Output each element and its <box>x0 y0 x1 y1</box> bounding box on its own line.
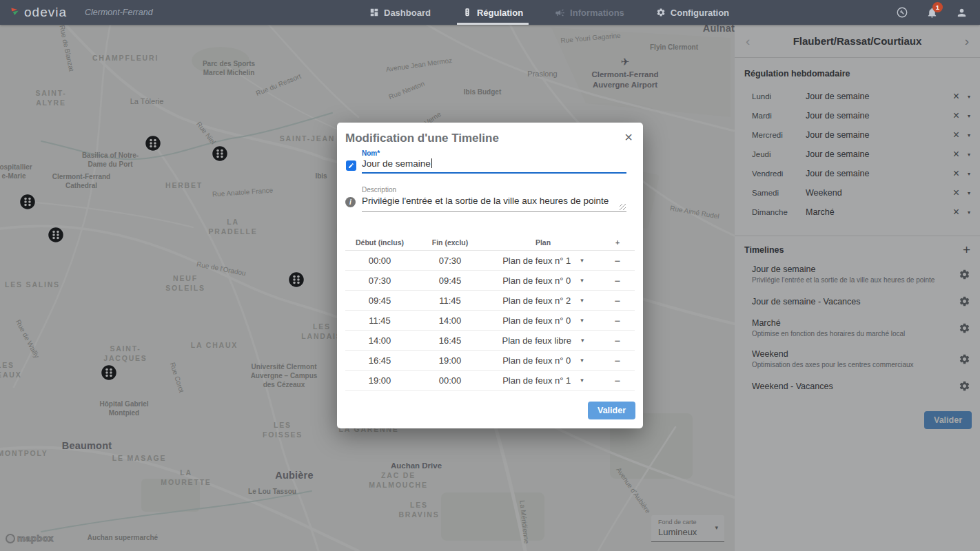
remove-row-button[interactable]: − <box>600 355 635 366</box>
notifications-bell-icon[interactable]: 1 <box>926 6 938 19</box>
plan-end-time[interactable]: 07:30 <box>414 256 486 266</box>
plan-start-time[interactable]: 00:00 <box>345 256 414 266</box>
timeline-edit-dialog: Modification d'une Timeline × Nom* Jour … <box>337 123 643 428</box>
dialog-actions: Valider <box>588 402 635 419</box>
plan-end-time[interactable]: 14:00 <box>414 315 486 326</box>
close-icon[interactable]: × <box>624 130 633 144</box>
plan-select[interactable]: Plan de feux n° 0▾ <box>486 276 600 286</box>
plan-start-time[interactable]: 16:45 <box>345 355 414 366</box>
remove-row-button[interactable]: − <box>600 315 635 326</box>
gear-icon <box>656 8 666 17</box>
plan-start-time[interactable]: 14:00 <box>345 335 414 346</box>
plan-end-time[interactable]: 11:45 <box>414 295 486 306</box>
chevron-down-icon: ▾ <box>580 317 584 324</box>
plan-end-time[interactable]: 00:00 <box>414 375 486 386</box>
chevron-down-icon: ▾ <box>580 377 584 384</box>
name-value: Jour de semaine <box>362 158 431 169</box>
brand-name: odevia <box>24 5 67 20</box>
plan-select[interactable]: Plan de feux n° 2▾ <box>486 295 600 306</box>
remove-row-button[interactable]: − <box>600 255 635 267</box>
dashboard-icon <box>369 8 379 17</box>
remove-row-button[interactable]: − <box>600 295 635 306</box>
chevron-down-icon: ▾ <box>580 257 584 264</box>
chevron-down-icon: ▾ <box>581 337 584 344</box>
column-end: Fin (exclu) <box>414 238 486 247</box>
add-row-button[interactable]: + <box>600 238 635 247</box>
plan-value: Plan de feux libre <box>502 335 571 346</box>
plan-row: 19:0000:00Plan de feux n° 1▾− <box>345 371 635 391</box>
plan-value: Plan de feux n° 1 <box>502 375 571 386</box>
plan-end-time[interactable]: 19:00 <box>414 355 486 366</box>
plan-end-time[interactable]: 16:45 <box>414 335 486 346</box>
city-name: Clermont-Ferrand <box>85 8 153 17</box>
plan-row: 00:0007:30Plan de feux n° 1▾− <box>345 251 635 271</box>
plan-row: 14:0016:45Plan de feux libre▾− <box>345 331 635 351</box>
plan-start-time[interactable]: 07:30 <box>345 276 414 286</box>
nav-item-informations: Informations <box>549 0 630 25</box>
top-nav: odevia Clermont-Ferrand Dashboard Régula… <box>0 0 980 25</box>
column-plan: Plan <box>486 238 600 247</box>
plan-select[interactable]: Plan de feux n° 1▾ <box>486 375 600 386</box>
chevron-down-icon: ▾ <box>580 357 584 364</box>
column-start: Début (inclus) <box>345 238 414 247</box>
nav-label: Informations <box>570 8 624 18</box>
user-account-icon[interactable] <box>955 6 968 19</box>
plan-value: Plan de feux n° 0 <box>502 315 571 326</box>
dialog-valider-button[interactable]: Valider <box>588 402 635 419</box>
plan-value: Plan de feux n° 0 <box>502 276 571 286</box>
name-input[interactable]: Jour de semaine <box>362 158 626 174</box>
nav-right: 1 <box>896 0 968 25</box>
plan-value: Plan de feux n° 2 <box>502 295 571 306</box>
edit-icon <box>346 160 356 171</box>
nav-label: Configuration <box>671 8 729 18</box>
remove-row-button[interactable]: − <box>600 375 635 386</box>
description-value: Privilégie l'entrée et la sortie de la v… <box>362 196 609 206</box>
plan-select[interactable]: Plan de feux n° 0▾ <box>486 355 600 366</box>
plan-select[interactable]: Plan de feux n° 0▾ <box>486 315 600 326</box>
plan-value: Plan de feux n° 1 <box>502 256 571 266</box>
resize-handle-icon[interactable] <box>620 204 626 210</box>
brand[interactable]: odevia <box>10 5 67 20</box>
plan-row: 11:4514:00Plan de feux n° 0▾− <box>345 311 635 331</box>
chevron-down-icon: ▾ <box>580 297 584 304</box>
plan-table: Début (inclus) Fin (exclu) Plan + 00:000… <box>345 234 635 391</box>
plan-select[interactable]: Plan de feux n° 1▾ <box>486 256 600 266</box>
remove-row-button[interactable]: − <box>600 335 635 346</box>
plan-row: 09:4511:45Plan de feux n° 2▾− <box>345 291 635 311</box>
description-textarea[interactable]: Privilégie l'entrée et la sortie de la v… <box>362 196 626 212</box>
nav-label: Régulation <box>477 8 523 18</box>
name-field-label: Nom* <box>362 149 380 157</box>
nav-menu: Dashboard Régulation Informations Config… <box>364 0 735 25</box>
plan-row: 16:4519:00Plan de feux n° 0▾− <box>345 351 635 371</box>
chevron-down-icon: ▾ <box>580 277 584 284</box>
nav-item-regulation[interactable]: Régulation <box>457 0 529 25</box>
notification-badge: 1 <box>932 2 943 12</box>
description-field-label: Description <box>362 186 396 194</box>
plan-rows: 00:0007:30Plan de feux n° 1▾−07:3009:45P… <box>345 251 635 391</box>
plan-end-time[interactable]: 09:45 <box>414 276 486 286</box>
dialog-title: Modification d'une Timeline <box>345 132 499 145</box>
build-circle-icon[interactable] <box>896 6 908 19</box>
nav-item-dashboard[interactable]: Dashboard <box>364 0 436 25</box>
plan-row: 07:3009:45Plan de feux n° 0▾− <box>345 271 635 291</box>
odevia-logo-icon <box>10 7 21 18</box>
info-icon: i <box>345 197 356 207</box>
nav-label: Dashboard <box>384 8 431 18</box>
traffic-light-icon <box>462 8 472 17</box>
plan-start-time[interactable]: 19:00 <box>345 375 414 386</box>
plan-start-time[interactable]: 11:45 <box>345 315 414 326</box>
plan-start-time[interactable]: 09:45 <box>345 295 414 306</box>
plan-table-header: Début (inclus) Fin (exclu) Plan + <box>345 234 635 251</box>
text-cursor <box>431 158 433 168</box>
plan-value: Plan de feux n° 0 <box>502 355 571 366</box>
megaphone-icon <box>555 8 565 18</box>
nav-item-configuration[interactable]: Configuration <box>651 0 735 25</box>
plan-select[interactable]: Plan de feux libre▾ <box>486 335 600 346</box>
remove-row-button[interactable]: − <box>600 275 635 287</box>
